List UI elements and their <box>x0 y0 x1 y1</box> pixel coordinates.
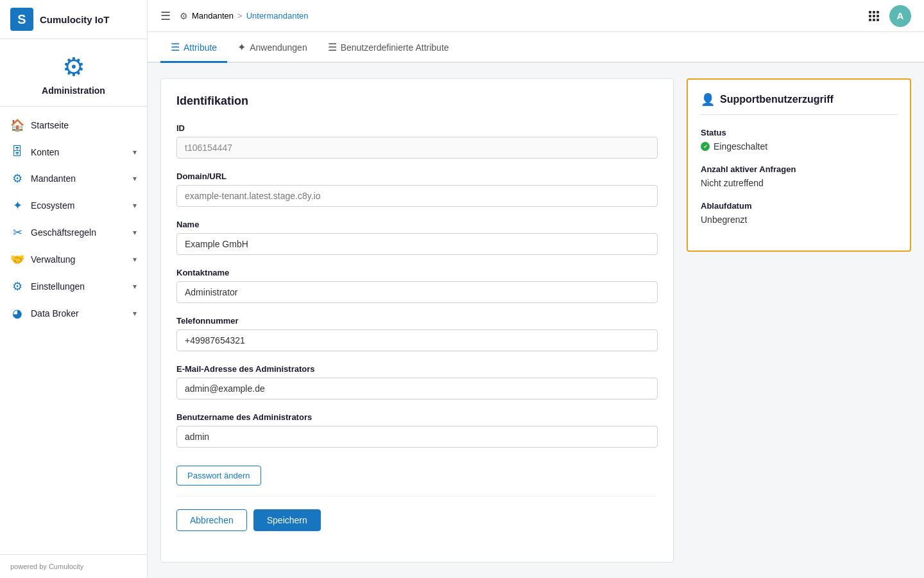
sidebar-item-startseite[interactable]: 🏠 Startseite <box>0 112 147 139</box>
input-email[interactable] <box>176 378 658 399</box>
support-requests-label: Anzahl aktiver Anfragen <box>701 164 897 174</box>
chevron-down-icon: ▾ <box>133 201 137 210</box>
einstellungen-icon: ⚙ <box>10 279 24 293</box>
sidebar-item-label: Startseite <box>31 120 69 130</box>
anwendungen-tab-icon: ✦ <box>237 41 246 53</box>
verwaltung-icon: 🤝 <box>10 252 24 267</box>
tab-anwendungen[interactable]: ✦ Anwendungen <box>227 32 318 63</box>
sidebar-item-einstellungen[interactable]: ⚙ Einstellungen ▾ <box>0 273 147 300</box>
support-requests-field: Anzahl aktiver Anfragen Nicht zutreffend <box>701 164 897 188</box>
chevron-down-icon: ▾ <box>133 228 137 237</box>
sidebar-item-label: Konten <box>31 147 59 157</box>
attribute-tab-icon: ☰ <box>171 41 180 53</box>
support-status-value: Eingeschaltet <box>701 141 897 152</box>
status-dot-icon <box>701 142 710 151</box>
input-benutzername[interactable] <box>176 426 658 448</box>
sidebar-footer: powered by Cumulocity <box>0 554 147 578</box>
input-telefonnummer[interactable] <box>176 329 658 351</box>
field-id: ID <box>176 123 658 159</box>
data-broker-icon: ◕ <box>10 306 24 320</box>
tab-attribute[interactable]: ☰ Attribute <box>160 32 227 63</box>
field-benutzername: Benutzername des Administrators <box>176 412 658 448</box>
support-expiry-field: Ablaufdatum Unbegrenzt <box>701 201 897 225</box>
tabs-bar: ☰ Attribute ✦ Anwendungen ☰ Benutzerdefi… <box>148 32 924 63</box>
sidebar-item-data-broker[interactable]: ◕ Data Broker ▾ <box>0 300 147 327</box>
support-user-icon: 👤 <box>701 92 715 107</box>
content-area: Identifikation ID Domain/URL Name Kontak… <box>148 63 924 578</box>
chevron-down-icon: ▾ <box>133 148 137 157</box>
breadcrumb-parent: Mandanten <box>192 11 234 21</box>
admin-section: ⚙ Administration <box>0 39 147 107</box>
field-telefonnummer: Telefonnummer <box>176 316 658 351</box>
konten-icon: 🗄 <box>10 145 24 159</box>
label-id: ID <box>176 123 658 133</box>
breadcrumb-separator: > <box>237 11 243 21</box>
chevron-down-icon: ▾ <box>133 174 137 183</box>
sidebar-item-mandanten[interactable]: ⚙ Mandanten ▾ <box>0 165 147 192</box>
apps-grid-icon[interactable] <box>869 11 879 21</box>
ecosystem-icon: ✦ <box>10 198 24 213</box>
sidebar-item-konten[interactable]: 🗄 Konten ▾ <box>0 139 147 165</box>
field-domain: Domain/URL <box>176 171 658 207</box>
label-kontaktname: Kontaktname <box>176 268 658 277</box>
form-panel: Identifikation ID Domain/URL Name Kontak… <box>160 78 674 563</box>
input-name[interactable] <box>176 233 658 255</box>
app-title: Cumulocity IoT <box>40 14 109 25</box>
app-logo: S <box>10 8 33 31</box>
field-name: Name <box>176 220 658 255</box>
support-expiry-value: Unbegrenzt <box>701 215 897 225</box>
admin-gear-icon: ⚙ <box>62 52 85 82</box>
input-kontaktname[interactable] <box>176 281 658 303</box>
sidebar-item-geschaeftsregeln[interactable]: ✂ Geschäftsregeln ▾ <box>0 219 147 246</box>
sidebar-nav: 🏠 Startseite 🗄 Konten ▾ ⚙ Mandanten ▾ ✦ … <box>0 107 147 554</box>
breadcrumb-current[interactable]: Untermandanten <box>246 11 309 21</box>
sidebar: S Cumulocity IoT ⚙ Administration 🏠 Star… <box>0 0 148 578</box>
breadcrumb-icon: ⚙ <box>180 11 188 21</box>
chevron-down-icon: ▾ <box>133 282 137 291</box>
geschaeftsregeln-icon: ✂ <box>10 225 24 240</box>
input-domain[interactable] <box>176 185 658 207</box>
sidebar-item-label: Geschäftsregeln <box>31 227 96 238</box>
section-title: Identifikation <box>176 94 658 108</box>
sidebar-item-label: Einstellungen <box>31 281 85 292</box>
form-actions: Abbrechen Speichern <box>176 496 658 531</box>
support-title: 👤 Supportbenutzerzugriff <box>701 92 897 115</box>
main-content: ☰ ⚙ Mandanten > Untermandanten A ☰ Attri… <box>148 0 924 578</box>
sidebar-header: S Cumulocity IoT <box>0 0 147 39</box>
chevron-down-icon: ▾ <box>133 309 137 318</box>
field-email: E-Mail-Adresse des Administrators <box>176 364 658 399</box>
sidebar-item-label: Ecosystem <box>31 200 74 211</box>
label-name: Name <box>176 220 658 229</box>
support-expiry-label: Ablaufdatum <box>701 201 897 211</box>
support-requests-value: Nicht zutreffend <box>701 178 897 188</box>
label-benutzername: Benutzername des Administrators <box>176 412 658 422</box>
field-kontaktname: Kontaktname <box>176 268 658 303</box>
sidebar-item-ecosystem[interactable]: ✦ Ecosystem ▾ <box>0 192 147 219</box>
change-password-button[interactable]: Passwort ändern <box>176 466 261 486</box>
chevron-down-icon: ▾ <box>133 255 137 264</box>
user-avatar[interactable]: A <box>889 5 911 27</box>
breadcrumb: ⚙ Mandanten > Untermandanten <box>180 11 309 21</box>
support-status-label: Status <box>701 128 897 137</box>
mandanten-icon: ⚙ <box>10 171 24 186</box>
sidebar-item-label: Mandanten <box>31 173 76 184</box>
label-domain: Domain/URL <box>176 171 658 181</box>
sidebar-item-verwaltung[interactable]: 🤝 Verwaltung ▾ <box>0 246 147 273</box>
label-email: E-Mail-Adresse des Administrators <box>176 364 658 374</box>
topbar: ☰ ⚙ Mandanten > Untermandanten A <box>148 0 924 32</box>
save-button[interactable]: Speichern <box>253 509 321 531</box>
admin-label: Administration <box>42 85 105 96</box>
sidebar-item-label: Verwaltung <box>31 254 75 265</box>
label-telefonnummer: Telefonnummer <box>176 316 658 326</box>
input-id[interactable] <box>176 137 658 159</box>
cancel-button[interactable]: Abbrechen <box>176 509 247 531</box>
support-status-field: Status Eingeschaltet <box>701 128 897 152</box>
sidebar-item-label: Data Broker <box>31 308 79 319</box>
tab-benutzerdefinierte[interactable]: ☰ Benutzerdefinierte Attribute <box>318 32 459 63</box>
home-icon: 🏠 <box>10 118 24 132</box>
benutzerdefinierte-tab-icon: ☰ <box>328 41 337 53</box>
menu-toggle-icon[interactable]: ☰ <box>160 9 171 23</box>
support-panel: 👤 Supportbenutzerzugriff Status Eingesch… <box>687 78 911 252</box>
